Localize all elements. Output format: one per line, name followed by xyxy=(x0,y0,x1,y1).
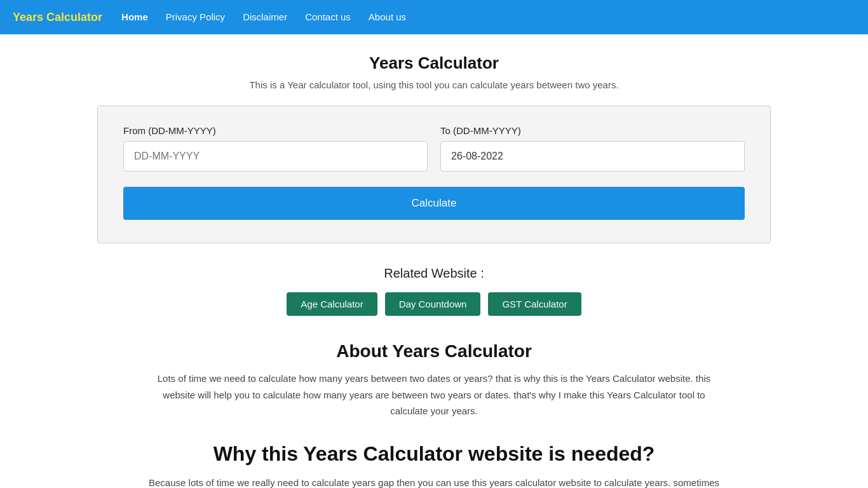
to-label: To (DD-MM-YYYY) xyxy=(440,125,745,136)
nav-link-disclaimer[interactable]: Disclaimer xyxy=(243,11,287,22)
about-title: About Years Calculator xyxy=(97,341,771,362)
about-text: Lots of time we need to calculate how ma… xyxy=(148,370,720,419)
calculate-button[interactable]: Calculate xyxy=(123,187,745,220)
nav-link-home[interactable]: Home xyxy=(121,11,148,22)
navbar: Years Calculator Home Privacy Policy Dis… xyxy=(0,0,868,34)
to-group: To (DD-MM-YYYY) xyxy=(440,125,745,172)
why-text: Because lots of time we really need to c… xyxy=(148,475,720,489)
why-title: Why this Years Calculator website is nee… xyxy=(97,442,771,466)
gst-calculator-link[interactable]: GST Calculator xyxy=(488,292,581,316)
from-label: From (DD-MM-YYYY) xyxy=(123,125,428,136)
nav-link-contact[interactable]: Contact us xyxy=(305,11,351,22)
nav-links: Home Privacy Policy Disclaimer Contact u… xyxy=(121,11,406,23)
nav-link-privacy[interactable]: Privacy Policy xyxy=(166,11,225,22)
input-row: From (DD-MM-YYYY) To (DD-MM-YYYY) xyxy=(123,125,745,172)
from-input[interactable] xyxy=(123,141,428,172)
nav-link-about[interactable]: About us xyxy=(369,11,406,22)
page-subtitle: This is a Year calculator tool, using th… xyxy=(97,79,771,90)
calculator-box: From (DD-MM-YYYY) To (DD-MM-YYYY) Calcul… xyxy=(97,105,771,243)
from-group: From (DD-MM-YYYY) xyxy=(123,125,428,172)
main-content: Years Calculator This is a Year calculat… xyxy=(85,34,783,488)
page-title: Years Calculator xyxy=(97,53,771,73)
nav-brand[interactable]: Years Calculator xyxy=(13,11,102,24)
to-input[interactable] xyxy=(440,141,745,172)
related-title: Related Website : xyxy=(97,266,771,281)
day-countdown-link[interactable]: Day Countdown xyxy=(385,292,481,316)
age-calculator-link[interactable]: Age Calculator xyxy=(287,292,377,316)
related-links: Age Calculator Day Countdown GST Calcula… xyxy=(97,292,771,316)
